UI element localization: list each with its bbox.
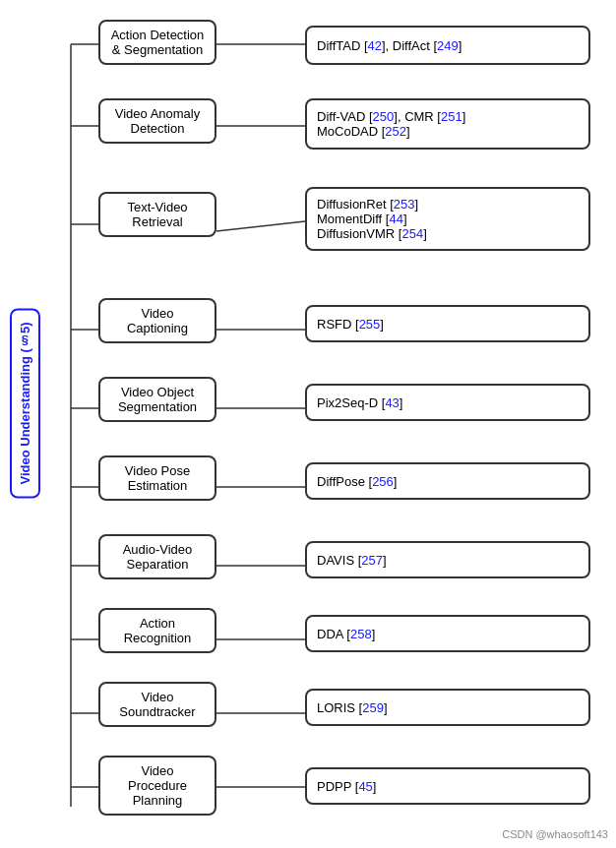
method-audio-video: DAVIS [257] xyxy=(305,541,590,578)
method-text: PDPP [45] xyxy=(317,779,376,794)
category-label: Video ProcedurePlanning xyxy=(128,763,187,808)
method-text: Pix2Seq-D [43] xyxy=(317,395,402,410)
method-action-recognition: DDA [258] xyxy=(305,615,590,652)
category-video-captioning: VideoCaptioning xyxy=(98,298,216,343)
method-text: LORIS [259] xyxy=(317,700,388,715)
category-video-soundtracker: VideoSoundtracker xyxy=(98,682,216,727)
method-text: RSFD [255] xyxy=(317,317,384,332)
method-text: DiffusionRet [253]MomentDiff [44]Diffusi… xyxy=(317,197,427,241)
category-label: Video PoseEstimation xyxy=(125,463,190,493)
method-text-video: DiffusionRet [253]MomentDiff [44]Diffusi… xyxy=(305,187,590,251)
category-text-video: Text-VideoRetrieval xyxy=(98,192,216,237)
category-label: VideoSoundtracker xyxy=(119,690,195,719)
category-audio-video: Audio-VideoSeparation xyxy=(98,534,216,579)
category-label: VideoCaptioning xyxy=(127,306,188,335)
category-label: Video AnomalyDetection xyxy=(115,106,201,136)
category-label: Audio-VideoSeparation xyxy=(123,542,193,572)
method-video-object: Pix2Seq-D [43] xyxy=(305,384,590,421)
method-video-anomaly: Diff-VAD [250], CMR [251]MoCoDAD [252] xyxy=(305,98,590,150)
root-node-wrapper: Video Understanding (§5) xyxy=(10,309,40,499)
method-action-detection: DiffTAD [42], DiffAct [249] xyxy=(305,26,590,65)
category-video-object: Video ObjectSegmentation xyxy=(98,377,216,422)
method-video-captioning: RSFD [255] xyxy=(305,305,590,342)
method-text: DAVIS [257] xyxy=(317,553,387,568)
svg-line-13 xyxy=(216,221,305,231)
category-label: ActionRecognition xyxy=(124,616,192,645)
method-video-pose: DiffPose [256] xyxy=(305,462,590,500)
method-text: DDA [258] xyxy=(317,627,375,641)
method-text: DiffPose [256] xyxy=(317,474,397,489)
category-action-recognition: ActionRecognition xyxy=(98,608,216,653)
method-text: Diff-VAD [250], CMR [251]MoCoDAD [252] xyxy=(317,109,465,139)
category-video-anomaly: Video AnomalyDetection xyxy=(98,98,216,144)
root-node: Video Understanding (§5) xyxy=(10,309,40,499)
method-video-soundtracker: LORIS [259] xyxy=(305,689,590,726)
category-label: Action Detection& Segmentation xyxy=(111,28,205,57)
diagram-container: Action Detection& Segmentation DiffTAD [… xyxy=(0,0,616,848)
category-label: Video ObjectSegmentation xyxy=(118,385,197,414)
method-video-procedure: PDPP [45] xyxy=(305,767,590,805)
category-action-detection: Action Detection& Segmentation xyxy=(98,20,216,65)
category-label: Text-VideoRetrieval xyxy=(127,200,187,229)
method-text: DiffTAD [42], DiffAct [249] xyxy=(317,38,462,53)
watermark: CSDN @whaosoft143 xyxy=(502,828,608,840)
category-video-pose: Video PoseEstimation xyxy=(98,455,216,501)
category-video-procedure: Video ProcedurePlanning xyxy=(98,756,216,816)
